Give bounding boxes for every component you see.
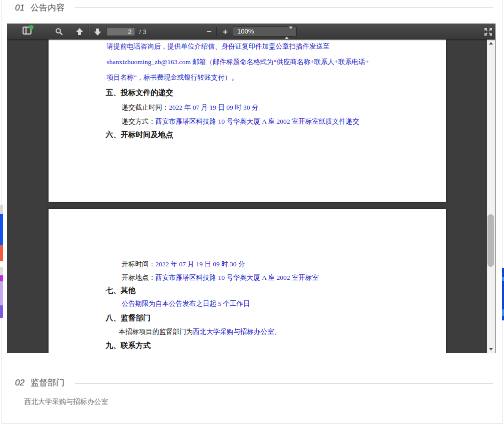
supervisor-department-text: 西北大学采购与招标办公室 (24, 397, 108, 406)
right-widget-mark (502, 277, 504, 281)
deadline-label: 递交截止时间： (122, 104, 169, 111)
doc-heading-6: 六、开标时间及地点 (106, 130, 173, 140)
open-place-label: 开标地点： (122, 274, 156, 281)
doc-heading-5: 五、投标文件的递交 (106, 88, 173, 98)
left-widget-segment[interactable] (0, 267, 3, 275)
sidebar-toggle-icon (23, 27, 32, 37)
left-widget-segment[interactable] (0, 245, 3, 261)
open-time-value: 2022 年 07 月 19 日 09 时 30 分 (156, 260, 245, 268)
page-count-label: / 3 (139, 24, 146, 40)
scroll-down-button[interactable] (487, 345, 495, 353)
zoom-select[interactable]: 100% (233, 27, 297, 37)
doc-heading-8: 八、监督部门 (106, 313, 151, 323)
left-widget-segment[interactable] (0, 205, 3, 214)
doc-line-para-1: 请提前电话咨询后，提供单位介绍信、身份证复印件加盖公章扫描件发送至 (107, 42, 330, 51)
section-02-title: 监督部门 (31, 378, 65, 387)
doc-heading-9: 九、联系方式 (106, 341, 151, 350)
open-place-value: 西安市雁塔区科技路 10 号华奥大厦 A 座 2002 室开标室 (156, 274, 319, 281)
pdf-page-1: 请提前电话咨询后，提供单位介绍信、身份证复印件加盖公章扫描件发送至 shanxi… (49, 40, 446, 202)
scroll-down-icon (489, 348, 493, 350)
scroll-up-button[interactable] (487, 40, 495, 47)
supervisor-suffix: 。 (274, 328, 281, 335)
doc-line-para-3: 项目名称”，标书费现金或银行转账支付）。 (107, 73, 238, 82)
page-right-border (502, 0, 503, 423)
doc-line-deadline: 递交截止时间：2022 年 07 月 19 日 09 时 30 分 (122, 103, 258, 112)
notification-dot (29, 25, 34, 30)
supervisor-link: 西北大学采购与招标办公室 (193, 328, 274, 335)
pdf-scrollbar[interactable] (487, 40, 495, 353)
section-02-number: 02 (15, 378, 25, 387)
section-01-header: 01公告内容 (15, 2, 65, 14)
deadline-value: 2022 年 07 月 19 日 09 时 30 分 (169, 104, 259, 111)
zoom-out-icon: − (207, 28, 212, 36)
select-spinner-icon (285, 29, 293, 38)
supervisor-prefix: 本招标项目的监督部门为 (119, 328, 193, 335)
doc-heading-7: 七、其他 (106, 286, 136, 295)
scroll-up-icon (489, 42, 493, 45)
right-floating-widget[interactable] (502, 268, 504, 320)
left-widget-segment[interactable] (0, 214, 3, 245)
left-widget-segment[interactable] (0, 275, 3, 281)
section-01-title: 公告内容 (31, 3, 65, 13)
doc-line-para-2: shanxizhuoming_zb@163.com 邮箱（邮件标题命名格式为“供… (107, 58, 369, 66)
doc-line-open-time: 开标时间：2022 年 07 月 19 日 09 时 30 分 (122, 260, 245, 268)
fullscreen-button[interactable] (480, 24, 495, 40)
fullscreen-icon (484, 28, 492, 36)
page-bottom-border (2, 423, 503, 423)
section-01-divider (75, 8, 493, 8)
page-up-icon (76, 28, 84, 36)
zoom-in-button[interactable]: + (219, 24, 231, 40)
toolbar-separator (216, 27, 217, 36)
doc-line-method: 递交方式：西安市雁塔区科技路 10 号华奥大厦 A 座 2002 室开标室纸质文… (122, 117, 359, 126)
page-number-input[interactable] (106, 27, 135, 36)
find-button[interactable] (51, 24, 67, 40)
pdf-toolbar: / 3 − + 100% (7, 24, 495, 40)
open-time-label: 开标时间： (122, 260, 156, 268)
section-01-number: 01 (15, 3, 25, 13)
section-02-divider (75, 383, 493, 384)
zoom-level-label: 100% (237, 28, 254, 35)
method-label: 递交方式： (122, 118, 156, 125)
section-02-header: 02监督部门 (15, 377, 65, 388)
page-down-button[interactable] (90, 24, 105, 40)
sidebar-toggle-button[interactable] (18, 24, 36, 40)
toolbar-separator (89, 27, 89, 36)
left-floating-widget[interactable] (0, 205, 3, 318)
search-icon (55, 28, 63, 36)
page-down-icon (94, 28, 102, 36)
doc-line-supervisor: 本招标项目的监督部门为西北大学采购与招标办公室。 (119, 327, 281, 336)
method-value: 西安市雁塔区科技路 10 号华奥大厦 A 座 2002 室开标室纸质文件递交 (156, 118, 359, 125)
doc-line-notice-period: 公告期限为自本公告发布之日起 5 个工作日 (122, 299, 250, 308)
page-up-button[interactable] (72, 24, 87, 40)
left-widget-segment[interactable] (0, 261, 3, 267)
left-widget-segment[interactable] (0, 281, 3, 305)
pdf-viewer: / 3 − + 100% (7, 24, 495, 353)
right-widget-mark (502, 309, 504, 316)
page-container: 01公告内容 (0, 0, 504, 426)
zoom-out-button[interactable]: − (203, 24, 215, 40)
zoom-in-icon: + (223, 28, 228, 36)
left-widget-segment[interactable] (0, 305, 3, 318)
doc-line-open-place: 开标地点：西安市雁塔区科技路 10 号华奥大厦 A 座 2002 室开标室 (122, 273, 319, 282)
scrollbar-thumb[interactable] (487, 214, 494, 267)
pdf-page-2: 开标时间：2022 年 07 月 19 日 09 时 30 分 开标地点：西安市… (49, 209, 446, 353)
